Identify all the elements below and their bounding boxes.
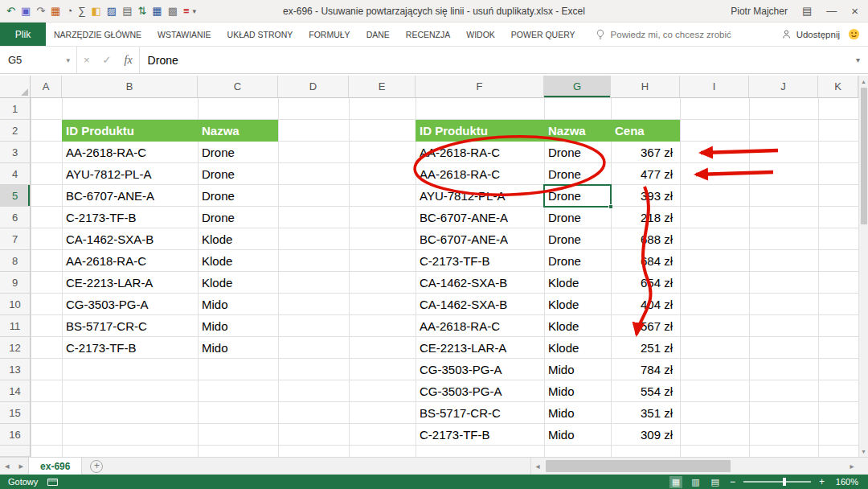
zoom-slider[interactable]	[743, 481, 811, 483]
zoom-level[interactable]: 160%	[833, 477, 858, 487]
cell-C7[interactable]: Klode	[198, 228, 278, 250]
cell-F16[interactable]: C-2173-TF-B	[416, 424, 544, 446]
horizontal-scroll-thumb[interactable]	[546, 460, 731, 472]
col-header-E[interactable]: E	[349, 76, 416, 98]
cell-C9[interactable]: Klode	[198, 272, 278, 294]
cell-G14[interactable]: Mido	[544, 380, 611, 402]
row-header-3[interactable]: 3	[0, 142, 31, 163]
col-header-I[interactable]: I	[680, 76, 749, 98]
tab-widok[interactable]: WIDOK	[458, 23, 503, 46]
sort-icon[interactable]: ⇅	[137, 6, 146, 16]
cell-F2[interactable]: ID Produktu	[416, 120, 544, 142]
undo-icon[interactable]: ↶	[6, 6, 15, 16]
row-header-10[interactable]: 10	[0, 294, 31, 315]
row-header-9[interactable]: 9	[0, 272, 31, 294]
row-header-16[interactable]: 16	[0, 424, 31, 446]
normal-view-button[interactable]: ▦	[669, 476, 682, 488]
zoom-in-button[interactable]: +	[817, 476, 826, 487]
tab-dane[interactable]: DANE	[358, 23, 398, 46]
pivot-icon[interactable]: ▩	[168, 6, 178, 16]
add-sheet-button[interactable]: +	[90, 460, 103, 473]
page-break-view-button[interactable]: ▤	[709, 476, 722, 488]
sheet-tab-ex-696[interactable]: ex-696	[28, 458, 82, 475]
cell-F15[interactable]: BS-5717-CR-C	[416, 402, 544, 424]
cell-H9[interactable]: 654 zł	[611, 272, 680, 294]
cell-H15[interactable]: 351 zł	[611, 402, 680, 424]
vertical-scroll-thumb[interactable]	[861, 88, 867, 224]
expand-formula-bar-icon[interactable]: ▾	[856, 55, 868, 64]
cell-C5[interactable]: Drone	[198, 185, 278, 207]
tab-wstawianie[interactable]: WSTAWIANIE	[149, 23, 219, 46]
tab-recenzja[interactable]: RECENZJA	[398, 23, 458, 46]
cell-H16[interactable]: 309 zł	[611, 424, 680, 446]
scroll-down-icon[interactable]: ▾	[859, 446, 868, 457]
zoom-slider-thumb[interactable]	[783, 478, 786, 486]
cell-G16[interactable]: Mido	[544, 424, 611, 446]
scroll-up-icon[interactable]: ▴	[859, 76, 868, 87]
row-header-13[interactable]: 13	[0, 359, 31, 380]
share-button[interactable]: Udostępnij	[773, 23, 848, 46]
tab-układ-strony[interactable]: UKŁAD STRONY	[219, 23, 301, 46]
row-header-2[interactable]: 2	[0, 120, 31, 142]
clock-icon[interactable]: ◔	[66, 6, 72, 16]
ribbon-display-options-icon[interactable]: ▤	[802, 5, 812, 17]
cell-F13[interactable]: CG-3503-PG-A	[416, 359, 544, 380]
zoom-out-button[interactable]: −	[728, 476, 737, 487]
cell-G8[interactable]: Drone	[544, 250, 611, 272]
cell-F14[interactable]: CG-3503-PG-A	[416, 380, 544, 402]
macro-record-icon[interactable]	[47, 479, 58, 486]
cell-H11[interactable]: 567 zł	[611, 315, 680, 337]
cell-H12[interactable]: 251 zł	[611, 337, 680, 359]
cell-H13[interactable]: 784 zł	[611, 359, 680, 380]
insert-function-button[interactable]: fx	[118, 54, 139, 67]
cell-G12[interactable]: Klode	[544, 337, 611, 359]
minimize-button[interactable]: —	[826, 5, 837, 17]
select-all-corner[interactable]	[0, 76, 31, 98]
col-header-B[interactable]: B	[62, 76, 198, 98]
cell-H4[interactable]: 477 zł	[611, 163, 680, 185]
cell-C3[interactable]: Drone	[198, 142, 278, 163]
cell-F6[interactable]: BC-6707-ANE-A	[416, 207, 544, 228]
cell-G4[interactable]: Drone	[544, 163, 611, 185]
cell-F5[interactable]: AYU-7812-PL-A	[416, 185, 544, 207]
name-box-dropdown-icon[interactable]: ▾	[66, 56, 76, 64]
chart-icon[interactable]: ▦	[51, 6, 60, 16]
cell-F11[interactable]: AA-2618-RA-C	[416, 315, 544, 337]
feedback-smiley-icon[interactable]	[848, 23, 868, 46]
row-header-14[interactable]: 14	[0, 380, 31, 402]
sheet-nav-right-icon[interactable]: ▸	[14, 458, 29, 475]
cell-F4[interactable]: AA-2618-RA-C	[416, 163, 544, 185]
cell-G13[interactable]: Mido	[544, 359, 611, 380]
cell-B10[interactable]: CG-3503-PG-A	[62, 294, 198, 315]
col-header-G[interactable]: G	[544, 76, 611, 98]
redo-icon[interactable]: ↷	[36, 6, 45, 16]
autosum-icon[interactable]: ∑	[78, 6, 85, 16]
cell-B5[interactable]: BC-6707-ANE-A	[62, 185, 198, 207]
cell-H14[interactable]: 554 zł	[611, 380, 680, 402]
cell-H7[interactable]: 688 zł	[611, 228, 680, 250]
fill-color-icon[interactable]: ◧	[92, 6, 101, 16]
cell-F3[interactable]: AA-2618-RA-C	[416, 142, 544, 163]
cell-B7[interactable]: CA-1462-SXA-B	[62, 228, 198, 250]
file-tab[interactable]: Plik	[0, 23, 46, 46]
table-icon[interactable]: ▦	[152, 6, 162, 16]
cell-C6[interactable]: Drone	[198, 207, 278, 228]
col-header-F[interactable]: F	[416, 76, 544, 98]
cell-G11[interactable]: Klode	[544, 315, 611, 337]
tell-me[interactable]: Powiedz mi, co chcesz zrobić	[583, 23, 743, 46]
cancel-formula-button[interactable]: ×	[77, 54, 96, 66]
name-box[interactable]: G5 ▾	[0, 47, 77, 73]
save-icon[interactable]: ▣	[21, 6, 31, 16]
row-header-1[interactable]: 1	[0, 98, 31, 120]
col-header-D[interactable]: D	[278, 76, 349, 98]
horizontal-scrollbar[interactable]: ◂ ▸	[530, 458, 858, 475]
page-layout-view-button[interactable]: ▥	[689, 476, 702, 488]
row-header-4[interactable]: 4	[0, 163, 31, 185]
cell-B9[interactable]: CE-2213-LAR-A	[62, 272, 198, 294]
cell-C12[interactable]: Mido	[198, 337, 278, 359]
cell-H6[interactable]: 218 zł	[611, 207, 680, 228]
cell-B3[interactable]: AA-2618-RA-C	[62, 142, 198, 163]
cell-H5[interactable]: 393 zł	[611, 185, 680, 207]
cell-C2[interactable]: Nazwa	[198, 120, 278, 142]
cell-F10[interactable]: CA-1462-SXA-B	[416, 294, 544, 315]
